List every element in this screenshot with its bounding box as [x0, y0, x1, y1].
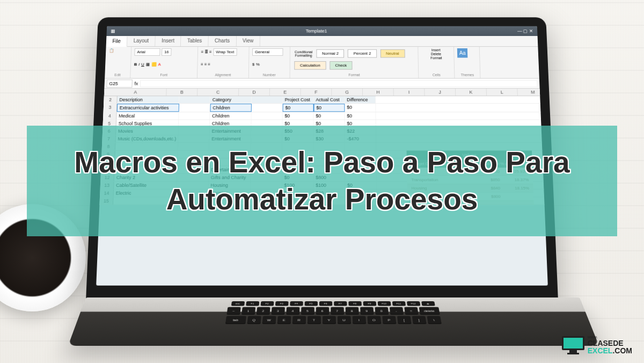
cell-project-cost[interactable]: $0 [283, 112, 314, 119]
number-format-selector[interactable]: General [252, 48, 283, 56]
style-neutral[interactable]: Neutral [380, 49, 405, 58]
format-button[interactable]: Format [430, 56, 442, 60]
key-delete[interactable]: delete [419, 307, 440, 315]
cell-category[interactable]: Children [210, 104, 251, 112]
format-group: Conditional Formatting Normal 2 Percent … [290, 47, 419, 78]
name-box[interactable]: G25 [106, 79, 133, 88]
window-titlebar: ▦ Template1 — ▢ ✕ [106, 26, 537, 36]
themes-button[interactable]: Aa [457, 48, 468, 58]
tab-insert[interactable]: Insert [155, 36, 181, 46]
paste-icon[interactable]: 📋 [109, 48, 114, 53]
tab-file[interactable]: File [106, 37, 128, 47]
border-button[interactable]: ▦ [145, 62, 150, 67]
style-check[interactable]: Check [330, 61, 353, 70]
text-color-button[interactable]: A [158, 62, 160, 67]
alignment-group: ≡ ≣ ≡Wrap Text ≡ ≡ ≡ Alignment [197, 47, 250, 78]
formula-bar: G25 fx [104, 78, 539, 89]
app-icon: ▦ [111, 28, 115, 33]
cell-description[interactable]: Medical [116, 112, 179, 119]
style-normal[interactable]: Normal 2 [316, 49, 344, 58]
logo-text: www. CLASEDE EXCEL.COM [588, 335, 632, 354]
table-row: 4 Medical Children $0 $0 $0 [103, 112, 541, 120]
column-headers: A B C D E F G H I J K L M [104, 89, 540, 96]
delete-button[interactable]: Delete [431, 52, 441, 55]
themes-group: Aa Themes [454, 47, 480, 78]
logo-monitor-icon [562, 336, 584, 353]
font-selector[interactable]: Arial [134, 48, 160, 56]
key-esc[interactable]: esc [231, 301, 244, 306]
edit-group: 📋 Edit [105, 47, 131, 78]
col-a[interactable]: A [105, 89, 167, 96]
fx-icon[interactable]: fx [134, 81, 138, 86]
cell-description[interactable]: Extracurricular activities [117, 104, 179, 112]
cell-difference[interactable]: $0 [345, 112, 376, 119]
brand-logo: www. CLASEDE EXCEL.COM [562, 335, 632, 354]
conditional-formatting-button[interactable]: Conditional Formatting [293, 50, 313, 57]
insert-button[interactable]: Insert [431, 48, 441, 52]
window-title: Template1 [119, 28, 515, 33]
formula-input[interactable] [140, 80, 538, 87]
cells-group: Insert Delete Format Cells [418, 47, 455, 78]
cell-category[interactable]: Children [210, 112, 252, 119]
fill-color-button[interactable]: 🟨 [151, 62, 157, 67]
page-title: Macros en Excel: Paso a Paso Para Automa… [43, 144, 601, 218]
tab-layout[interactable]: Layout [127, 36, 156, 46]
style-calculation[interactable]: Calculation [294, 61, 326, 70]
bold-button[interactable]: B [134, 62, 137, 67]
underline-button[interactable]: U [141, 62, 144, 67]
tab-view[interactable]: View [236, 36, 260, 46]
font-group: Arial 16 B I U ▦ 🟨 A Font [130, 47, 198, 78]
title-overlay: Macros en Excel: Paso a Paso Para Automa… [27, 126, 617, 236]
style-percent[interactable]: Percent 2 [348, 49, 377, 58]
cell-difference[interactable]: $0 [345, 104, 376, 112]
align-icons[interactable]: ≡ ≣ ≡ [201, 50, 212, 54]
number-group: General $ % Number [249, 47, 290, 78]
cell-actual-cost[interactable]: $0 [314, 112, 345, 119]
key-tab[interactable]: tab [225, 316, 246, 324]
window-controls[interactable]: — ▢ ✕ [517, 28, 533, 33]
wrap-text-button[interactable]: Wrap Text [213, 48, 237, 56]
font-size-selector[interactable]: 16 [162, 48, 171, 56]
cell-actual-cost[interactable]: $0 [314, 104, 345, 112]
tab-charts[interactable]: Charts [208, 36, 236, 46]
ribbon-toolbar: 📋 Edit Arial 16 B I U ▦ 🟨 A Font ≡ ≣ ≡Wr… [105, 47, 539, 78]
table-row: 3 Extracurricular activities Children $0… [104, 104, 541, 112]
currency-icon[interactable]: $ [252, 62, 254, 67]
cell-project-cost[interactable]: $0 [283, 104, 314, 112]
header-row: 2 Description Category Project Cost Actu… [104, 96, 540, 104]
tab-tables[interactable]: Tables [181, 36, 209, 46]
italic-button[interactable]: I [138, 62, 140, 67]
laptop-keyboard: esc F1F2F3F4F5F6F7F8F9F10F11F12 ⏏ ~12345… [68, 297, 599, 346]
ribbon-tabs: File Layout Insert Tables Charts View [106, 36, 538, 47]
percent-icon[interactable]: % [256, 62, 260, 67]
